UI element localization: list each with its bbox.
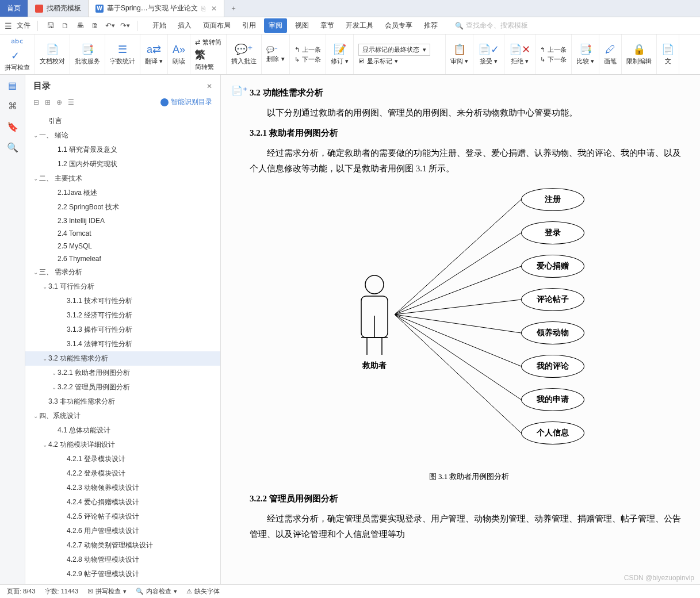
reject-button[interactable]: 📄✕ 拒绝 ▾ (504, 34, 535, 74)
show-marks-button[interactable]: 🗹显示标记 ▾ (358, 57, 398, 66)
more-icon[interactable]: ☰ (68, 98, 74, 106)
outline-item[interactable]: ⌄2.3 Intellij IDEA (25, 214, 220, 227)
outline-item[interactable]: ⌄4.2.3 动物领养模块设计 (25, 481, 220, 495)
chevron-down-icon[interactable]: ⌄ (41, 283, 48, 290)
outline-item[interactable]: ⌄3.3 非功能性需求分析 (25, 394, 220, 409)
menu-devtools[interactable]: 开发工具 (342, 21, 377, 30)
wordcount-button[interactable]: ☰ 字数统计 (105, 34, 140, 74)
chevron-down-icon[interactable]: ⌄ (51, 384, 58, 390)
outline-item[interactable]: ⌄2.4 Tomcat (25, 227, 220, 240)
outline-item[interactable]: ⌄二、 主要技术 (25, 171, 220, 186)
tab-templates[interactable]: 找稻壳模板 (28, 0, 89, 17)
docproof-button[interactable]: 📄 文档校对 (35, 34, 70, 74)
outline-item[interactable]: ⌄三、 需求分析 (25, 265, 220, 279)
track-display-dropdown[interactable]: 显示标记的最终状态▾ (358, 44, 430, 56)
close-icon[interactable]: ✕ (211, 5, 217, 13)
saveas-icon[interactable]: 🗋 (60, 21, 70, 31)
save-icon[interactable]: 🖫 (45, 21, 55, 31)
outline-item[interactable]: ⌄3.1.3 操作可行性分析 (25, 323, 220, 337)
chevron-down-icon[interactable]: ⌄ (41, 442, 48, 448)
status-page[interactable]: 页面: 8/43 (7, 587, 36, 596)
menu-insert[interactable]: 插入 (174, 21, 195, 30)
spellcheck-button[interactable]: ᵃᵇᶜ✓ 拼写检查 (0, 34, 35, 74)
doc-position-icon[interactable]: 📄⁺ (231, 85, 247, 96)
tc-to-sc-button[interactable]: 简转繁 (195, 63, 214, 71)
chevron-down-icon[interactable]: ⌄ (41, 355, 48, 362)
outline-item[interactable]: ⌄四、系统设计 (25, 409, 220, 423)
accept-button[interactable]: 📄✓ 接受 ▾ (473, 34, 504, 74)
menu-vip[interactable]: 会员专享 (381, 21, 416, 30)
menu-recommend[interactable]: 推荐 (420, 21, 441, 30)
outline-item[interactable]: ⌄3.2.1 救助者用例图分析 (25, 366, 220, 380)
chevron-down-icon[interactable]: ⌄ (51, 370, 58, 376)
redo-icon[interactable]: ↷▾ (120, 21, 130, 31)
status-wordcount[interactable]: 字数: 11443 (45, 587, 79, 596)
outline-item[interactable]: ⌄4.2.4 爱心捐赠模块设计 (25, 495, 220, 509)
tc-big-button[interactable]: 繁 (195, 48, 205, 62)
search-box[interactable]: 🔍 查找命令、搜索模板 (455, 21, 535, 30)
menu-pagelayout[interactable]: 页面布局 (200, 21, 234, 30)
chevron-down-icon[interactable]: ⌄ (32, 175, 39, 182)
preview-icon[interactable]: 🗎 (90, 21, 100, 31)
restrict-button[interactable]: 🔒 限制编辑 (622, 34, 657, 74)
outline-item[interactable]: ⌄4.2 功能模块详细设计 (25, 438, 220, 452)
tab-home[interactable]: 首页 (0, 0, 28, 17)
menu-reference[interactable]: 引用 (239, 21, 259, 30)
outline-item[interactable]: ⌄4.1 总体功能设计 (25, 423, 220, 438)
outline-item[interactable]: ⌄1.1 研究背景及意义 (25, 143, 220, 157)
status-spellcheck[interactable]: ☒拼写检查 ▾ (87, 587, 127, 596)
outline-item[interactable]: ⌄3.2.2 管理员用例图分析 (25, 380, 220, 394)
outline-item[interactable]: ⌄3.1 可行性分析 (25, 279, 220, 294)
menu-chapter[interactable]: 章节 (317, 21, 338, 30)
insert-comment-button[interactable]: 💬⁺ 插入批注 (227, 34, 262, 74)
tab-document[interactable]: W 基于Spring…与实现 毕业论文 ⎘ ✕ (89, 0, 224, 17)
outline-item[interactable]: ⌄2.1Java 概述 (25, 186, 220, 200)
chevron-down-icon[interactable]: ⌄ (32, 413, 39, 419)
sc-to-tc-button[interactable]: ⇄繁转简 (195, 38, 221, 47)
track-button[interactable]: 📝 修订 ▾ (326, 34, 354, 74)
read-button[interactable]: A» 朗读 (168, 34, 190, 74)
new-tab-button[interactable]: ＋ (224, 0, 243, 17)
undo-icon[interactable]: ↶▾ (105, 21, 115, 31)
outline-item[interactable]: ⌄4.2.1 登录模块设计 (25, 452, 220, 466)
next-change-button[interactable]: ↳下一条 (540, 55, 567, 64)
outline-item[interactable]: ⌄4.2.5 评论帖子模块设计 (25, 509, 220, 524)
close-icon[interactable]: ✕ (206, 82, 212, 90)
menu-review[interactable]: 审阅 (264, 18, 287, 33)
add-icon[interactable]: ⊕ (56, 98, 62, 106)
compare-button[interactable]: 📑 比较 ▾ (572, 34, 599, 74)
print-icon[interactable]: 🖶 (75, 21, 85, 31)
next-comment-button[interactable]: ↳下一条 (294, 55, 321, 64)
translate-button[interactable]: a⇄ 翻译 ▾ (140, 34, 168, 74)
menu-start[interactable]: 开始 (149, 21, 170, 30)
nav-icon[interactable]: ⌘ (7, 100, 18, 112)
prev-change-button[interactable]: ↰上一条 (540, 45, 567, 54)
document-area[interactable]: 📄⁺ 3.2 功能性需求分析 以下分别通过救助者的用例图、管理员的用例图、来分析… (221, 75, 700, 586)
hamburger-icon[interactable]: ☰ (5, 21, 12, 30)
outline-item[interactable]: ⌄4.2.2 登录模块设计 (25, 466, 220, 481)
delete-button[interactable]: 💬⁻ (266, 46, 278, 53)
outline-item[interactable]: ⌄引言 (25, 114, 220, 128)
outline-item[interactable]: ⌄1.2 国内外研究现状 (25, 157, 220, 171)
status-contentcheck[interactable]: 🔍内容检查 ▾ (136, 587, 177, 596)
search-icon[interactable]: 🔍 (7, 141, 18, 153)
outline-item[interactable]: ⌄4.2.8 动物管理模块设计 (25, 553, 220, 567)
expand-icon[interactable]: ⊞ (45, 98, 51, 106)
outline-item[interactable]: ⌄4.2.9 帖子管理模块设计 (25, 567, 220, 581)
menu-view[interactable]: 视图 (292, 21, 312, 30)
outline-icon[interactable]: ▤ (7, 79, 18, 91)
outline-item[interactable]: ⌄3.1.1 技术可行性分析 (25, 294, 220, 308)
prev-comment-button[interactable]: ↰上一条 (294, 45, 321, 54)
status-missing-font[interactable]: ⚠缺失字体 (186, 587, 220, 596)
outline-item[interactable]: ⌄2.2 SpringBoot 技术 (25, 200, 220, 214)
smart-outline-button[interactable]: 智能识别目录 (160, 97, 212, 107)
collapse-icon[interactable]: ⊟ (33, 98, 39, 106)
batch-button[interactable]: 📑 批改服务 (70, 34, 105, 74)
outline-item[interactable]: ⌄2.5 MySQL (25, 240, 220, 252)
outline-item[interactable]: ⌄2.6 Thymeleaf (25, 252, 220, 265)
outline-item[interactable]: ⌄4.2.7 动物类别管理模块设计 (25, 538, 220, 553)
review-button[interactable]: 📋 审阅 ▾ (446, 34, 473, 74)
outline-item[interactable]: ⌄3.2 功能性需求分析 (25, 351, 220, 366)
outline-item[interactable]: ⌄一、 绪论 (25, 128, 220, 143)
file-menu[interactable]: 文件 (17, 21, 30, 30)
